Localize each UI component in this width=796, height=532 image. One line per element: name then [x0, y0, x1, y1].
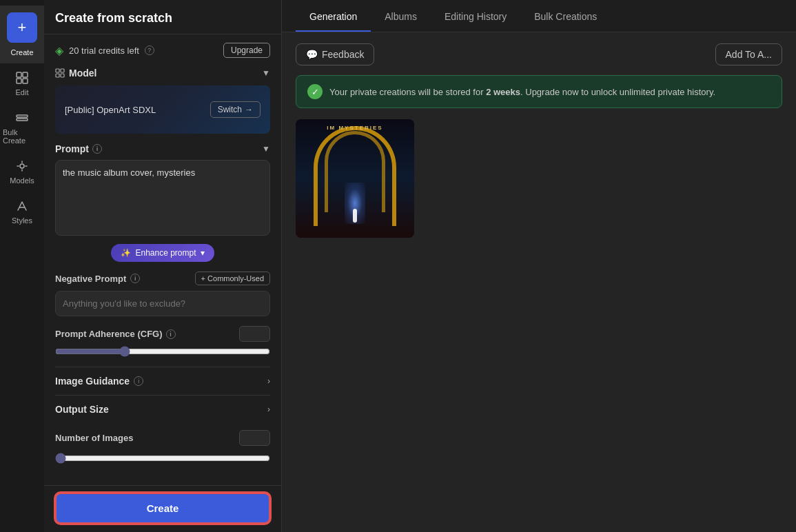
num-images-label: Number of Images [55, 433, 133, 443]
model-section-title: Model [55, 68, 96, 79]
model-section-header[interactable]: Model ▼ [55, 68, 270, 79]
svg-rect-7 [56, 69, 59, 72]
sidebar-item-bulk-create[interactable]: Bulk Create [0, 103, 44, 152]
sidebar-label-bulk-create: Bulk Create [3, 128, 41, 145]
model-icon [55, 68, 65, 78]
commonly-used-button[interactable]: + Commonly-Used [195, 272, 270, 285]
notice-bar: ✓ Your private creations will be stored … [296, 75, 782, 108]
credits-bar: ◈ 20 trial credits left ? Upgrade [55, 43, 270, 58]
sidebar-item-models[interactable]: Models [0, 152, 44, 192]
switch-model-button[interactable]: Switch → [210, 101, 261, 118]
prompt-info-icon[interactable]: i [92, 144, 102, 154]
model-info: [Public] OpenArt SDXL Switch → [55, 94, 270, 125]
panel-title: Create from scratch [44, 0, 281, 34]
prompt-header: Prompt i ▼ [55, 143, 270, 154]
cfg-label: Prompt Adherence (CFG) i [55, 329, 176, 339]
output-size-chevron-icon: › [267, 405, 270, 414]
cfg-info-icon[interactable]: i [166, 329, 176, 339]
output-size-title: Output Size [55, 404, 109, 415]
image-grid: IM MYSTERIES [296, 119, 782, 238]
sidebar-item-edit[interactable]: Edit [0, 63, 44, 103]
svg-rect-3 [23, 79, 28, 83]
sidebar-label-edit: Edit [16, 88, 29, 96]
tab-generation[interactable]: Generation [296, 0, 371, 32]
styles-icon [14, 198, 30, 214]
feedback-icon: 💬 [306, 49, 318, 60]
sidebar-label-create: Create [10, 48, 33, 57]
main-content: Generation Albums Editing History Bulk C… [282, 0, 796, 532]
sidebar-label-models: Models [10, 176, 34, 185]
model-name-label: [Public] OpenArt SDXL [65, 105, 156, 115]
notice-text: Your private creations will be stored fo… [329, 87, 715, 97]
top-action-bar: 💬 Feedback Add To A... [296, 43, 782, 65]
left-panel: Create from scratch ◈ 20 trial credits l… [44, 0, 282, 532]
cfg-value-input[interactable]: 7 [239, 326, 270, 342]
negative-prompt-info-icon[interactable]: i [130, 274, 140, 283]
svg-rect-1 [23, 72, 28, 77]
tab-editing-history[interactable]: Editing History [431, 0, 520, 32]
tabs-bar: Generation Albums Editing History Bulk C… [282, 0, 796, 32]
svg-rect-2 [17, 79, 21, 83]
svg-rect-8 [61, 69, 64, 72]
image-guidance-title: Image Guidance [55, 376, 130, 387]
num-images-input[interactable]: 1 [239, 430, 270, 446]
sidebar-item-create[interactable]: + Create [0, 6, 44, 63]
panel-body: ◈ 20 trial credits left ? Upgrade Model … [44, 34, 281, 485]
create-icon[interactable]: + [7, 12, 37, 43]
album-cover-artwork: IM MYSTERIES [296, 119, 414, 238]
credits-label: 20 trial credits left [69, 45, 139, 56]
enhance-chevron-icon: ▾ [201, 248, 205, 258]
enhance-prompt-button[interactable]: ✨ Enhance prompt ▾ [111, 244, 214, 262]
svg-rect-9 [56, 74, 59, 77]
image-guidance-section: Image Guidance i › [55, 367, 270, 395]
num-images-row: Number of Images 1 [55, 423, 270, 453]
album-title-text: IM MYSTERIES [327, 125, 382, 131]
cfg-row: Prompt Adherence (CFG) i 7 [55, 326, 270, 342]
sidebar-label-styles: Styles [12, 216, 32, 225]
prompt-textarea[interactable]: the music album cover, mysteries [55, 160, 270, 236]
main-body: 💬 Feedback Add To A... ✓ Your private cr… [282, 32, 796, 532]
credits-icon: ◈ [55, 44, 63, 57]
output-size-header[interactable]: Output Size › [55, 404, 270, 415]
svg-rect-0 [17, 72, 21, 77]
svg-rect-5 [17, 119, 28, 121]
notice-check-icon: ✓ [307, 84, 323, 99]
tab-albums[interactable]: Albums [371, 0, 431, 32]
svg-point-6 [20, 164, 24, 168]
credits-info-icon[interactable]: ? [145, 45, 154, 55]
output-size-section: Output Size › [55, 395, 270, 423]
sidebar: + Create Edit Bulk Create [0, 0, 44, 532]
image-guidance-chevron-icon: › [267, 376, 270, 386]
upgrade-button[interactable]: Upgrade [223, 43, 270, 58]
svg-rect-10 [61, 74, 64, 77]
negative-prompt-header: Negative Prompt i + Commonly-Used [55, 272, 270, 285]
model-box: [Public] OpenArt SDXL Switch → [55, 85, 270, 134]
image-guidance-header[interactable]: Image Guidance i › [55, 376, 270, 387]
negative-prompt-input[interactable] [55, 291, 270, 316]
sidebar-item-styles[interactable]: Styles [0, 192, 44, 232]
switch-arrow-icon: → [245, 105, 253, 114]
notice-bold: 2 weeks [486, 87, 520, 97]
generated-image-1[interactable]: IM MYSTERIES [296, 119, 414, 238]
negative-prompt-label: Negative Prompt [55, 274, 126, 284]
tab-bulk-creations[interactable]: Bulk Creations [520, 0, 611, 32]
feedback-button[interactable]: 💬 Feedback [296, 43, 374, 65]
add-to-album-button[interactable]: Add To A... [715, 43, 782, 65]
model-chevron-icon: ▼ [262, 68, 270, 78]
num-images-slider[interactable] [55, 453, 270, 464]
enhance-wand-icon: ✨ [121, 248, 131, 258]
create-button[interactable]: Create [55, 493, 270, 524]
svg-rect-4 [17, 115, 28, 117]
edit-icon [14, 70, 30, 85]
prompt-title: Prompt i [55, 143, 102, 154]
image-guidance-info-icon[interactable]: i [134, 376, 143, 386]
cfg-slider[interactable] [55, 346, 270, 357]
models-icon [14, 158, 30, 174]
figure [353, 209, 357, 223]
prompt-chevron-icon: ▼ [262, 144, 270, 154]
panel-footer: Create [44, 485, 281, 532]
bulk-create-icon [14, 110, 30, 125]
